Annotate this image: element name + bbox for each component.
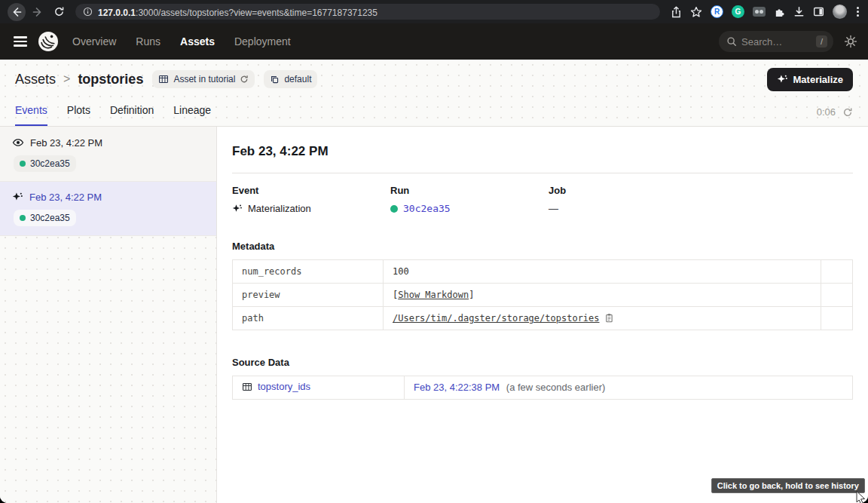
source-asset-cell: topstory_ids (233, 376, 405, 400)
search-input[interactable] (741, 36, 811, 48)
run-id-tag[interactable]: 30c2ea35 (14, 210, 76, 226)
hamburger-menu-icon[interactable] (11, 33, 30, 50)
asset-tabs: Events Plots Definition Lineage 0:06 (0, 96, 868, 126)
metadata-value: 100 (384, 260, 821, 284)
metadata-spacer-cell (821, 284, 853, 307)
event-detail-panel: Feb 23, 4:22 PM Event Materialization Ru… (217, 127, 868, 503)
asset-group-badge-label: Asset in tutorial (173, 74, 235, 84)
metadata-value: [Show Markdown] (384, 284, 821, 307)
event-timestamp: Feb 23, 4:22 PM (29, 192, 102, 203)
table-row: num_records 100 (233, 260, 853, 284)
robot-extension-icon[interactable] (753, 7, 766, 17)
settings-gear-icon[interactable] (844, 35, 857, 48)
event-list-item-observation[interactable]: Feb 23, 4:22 PM 30c2ea35 (0, 127, 216, 182)
tab-lineage[interactable]: Lineage (173, 104, 211, 126)
asset-page-header: Assets > topstories Asset in tutorial de… (0, 60, 868, 127)
browser-chrome: 127.0.0.1:3000/assets/topstories?view=ev… (0, 0, 868, 23)
url-text: 127.0.0.1:3000/assets/topstories?view=ev… (98, 5, 377, 19)
source-data-section: Source Data topstory_ids Feb 23, 4:22:38… (232, 357, 853, 400)
table-icon (158, 74, 169, 84)
event-column: Event Materialization (232, 185, 390, 214)
source-time-cell: Feb 23, 4:22:38 PM (a few seconds earlie… (405, 376, 853, 400)
back-button-tooltip: Click to go back, hold to see history (711, 478, 865, 493)
event-timestamp: Feb 23, 4:22 PM (30, 137, 102, 149)
source-asset-name: topstory_ids (258, 381, 310, 392)
sparkle-icon (777, 74, 788, 85)
run-status-dot (20, 215, 26, 221)
extensions-puzzle-icon[interactable] (774, 6, 785, 17)
metadata-section-title: Metadata (232, 241, 853, 252)
metadata-key: path (233, 307, 384, 330)
bookmark-star-icon[interactable] (690, 6, 702, 18)
metadata-key: num_records (233, 260, 384, 284)
mouse-cursor (856, 491, 866, 503)
side-panel-icon[interactable] (813, 6, 824, 17)
metadata-spacer-cell (821, 260, 853, 284)
app-nav-bar: Overview Runs Assets Deployment / (0, 23, 868, 60)
dagster-logo[interactable] (38, 31, 59, 52)
source-asset-link[interactable]: topstory_ids (242, 381, 310, 392)
table-row: path /Users/tim/.dagster/storage/topstor… (233, 307, 853, 330)
table-icon (242, 382, 252, 392)
nav-right: / (719, 31, 857, 52)
browser-back-button[interactable] (8, 3, 26, 21)
event-type-value: Materialization (232, 203, 390, 214)
back-arrow-icon (11, 6, 23, 18)
show-markdown-link[interactable]: Show Markdown (398, 290, 469, 300)
breadcrumb: Assets > topstories Asset in tutorial de… (0, 60, 868, 96)
breadcrumb-current-asset: topstories (78, 72, 143, 87)
event-time-row: Feb 23, 4:22 PM (12, 192, 204, 203)
breadcrumb-separator: > (63, 72, 70, 86)
browser-profile-avatar[interactable] (833, 5, 847, 19)
run-id-tag[interactable]: 30c2ea35 (14, 155, 76, 172)
share-icon[interactable] (671, 6, 682, 18)
forward-arrow-icon (32, 6, 44, 18)
event-detail-title: Feb 23, 4:22 PM (232, 140, 853, 173)
url-path: :3000/assets/topstories?view=events&time… (136, 8, 377, 18)
address-bar[interactable]: 127.0.0.1:3000/assets/topstories?view=ev… (75, 4, 660, 20)
nav-item-assets[interactable]: Assets (180, 35, 215, 48)
source-timestamp-link[interactable]: Feb 23, 4:22:38 PM (414, 382, 500, 393)
nav-item-overview[interactable]: Overview (72, 35, 116, 48)
materialize-button-label: Materialize (793, 74, 843, 85)
bracket-close: ] (469, 290, 474, 300)
refresh-timer: 0:06 (817, 106, 853, 126)
download-icon[interactable] (793, 6, 805, 17)
url-host: 127.0.0.1 (98, 8, 136, 18)
tab-plots[interactable]: Plots (67, 104, 90, 126)
materialization-sparkle-icon (232, 204, 243, 214)
nav-links: Overview Runs Assets Deployment (72, 35, 291, 48)
timer-refresh-icon[interactable] (842, 107, 853, 118)
event-time-row: Feb 23, 4:22 PM (12, 136, 204, 149)
copy-to-clipboard-icon[interactable] (604, 313, 614, 323)
tab-events[interactable]: Events (15, 104, 47, 126)
browser-menu-icon[interactable] (855, 5, 860, 18)
metadata-value: /Users/tim/.dagster/storage/topstories (384, 307, 821, 330)
repository-badge[interactable]: default (264, 70, 317, 88)
copy-stack-icon (270, 75, 280, 84)
badge-refresh-icon[interactable] (240, 75, 249, 84)
materialization-sparkle-icon (12, 192, 23, 203)
browser-window: 127.0.0.1:3000/assets/topstories?view=ev… (0, 0, 868, 503)
site-info-icon[interactable] (83, 7, 93, 17)
materialize-button[interactable]: Materialize (767, 68, 853, 91)
observation-eye-icon (12, 136, 24, 149)
refresh-timer-value: 0:06 (817, 106, 836, 118)
browser-forward-button[interactable] (29, 3, 47, 21)
grammarly-extension-icon[interactable]: G (732, 5, 744, 18)
browser-toolbar-icons: R G (671, 5, 860, 19)
nav-item-runs[interactable]: Runs (136, 35, 160, 48)
tab-definition[interactable]: Definition (110, 104, 154, 126)
run-id-link[interactable]: 30c2ea35 (403, 203, 451, 214)
event-list-item-materialization[interactable]: Feb 23, 4:22 PM 30c2ea35 (0, 182, 216, 236)
global-search[interactable]: / (719, 31, 833, 52)
metadata-table: num_records 100 preview [Show Markdown] … (232, 259, 853, 330)
event-list-sidebar: Feb 23, 4:22 PM 30c2ea35 Feb 23, 4:22 PM… (0, 127, 217, 503)
path-link[interactable]: /Users/tim/.dagster/storage/topstories (393, 313, 600, 324)
asset-group-badge[interactable]: Asset in tutorial (152, 70, 255, 88)
run-value: 30c2ea35 (390, 203, 549, 214)
breadcrumb-assets-link[interactable]: Assets (15, 72, 56, 87)
nav-item-deployment[interactable]: Deployment (234, 35, 291, 48)
browser-reload-button[interactable] (50, 3, 68, 21)
extension-blue-icon[interactable]: R (711, 5, 723, 18)
